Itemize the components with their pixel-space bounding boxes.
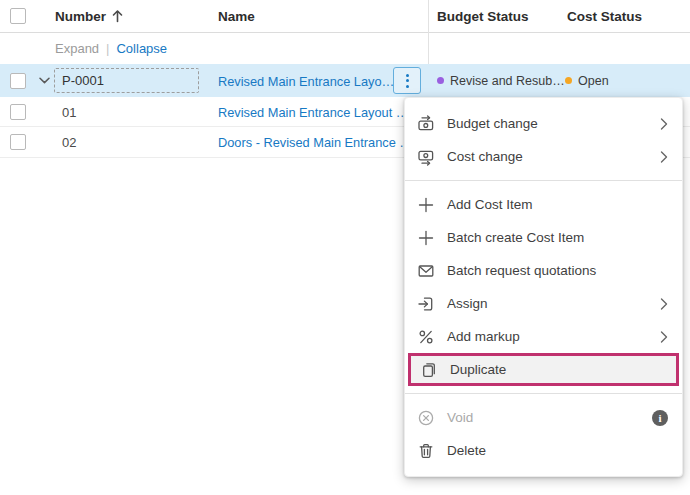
- cost-status-cell: Open: [565, 74, 609, 88]
- menu-item-batch-create-cost-item[interactable]: Batch create Cost Item: [405, 221, 682, 254]
- row-checkbox[interactable]: [10, 134, 26, 150]
- budget-status-dot: [437, 77, 444, 84]
- kebab-menu-button[interactable]: [393, 67, 421, 94]
- menu-item-void: Void i: [405, 401, 682, 434]
- menu-item-cost-change[interactable]: Cost change: [405, 140, 682, 173]
- table-row-selected[interactable]: P-0001 Revised Main Entrance Layo… Revis…: [0, 64, 690, 97]
- menu-item-budget-change[interactable]: Budget change: [405, 107, 682, 140]
- number-cell-editable[interactable]: P-0001: [54, 68, 199, 93]
- percent-icon: [417, 328, 435, 346]
- menu-item-add-markup[interactable]: Add markup: [405, 320, 682, 353]
- budget-status-cell: Revise and Resub…: [437, 74, 565, 88]
- sort-ascending-icon: [111, 9, 124, 23]
- chevron-down-icon[interactable]: [37, 74, 51, 88]
- menu-item-add-cost-item[interactable]: Add Cost Item: [405, 188, 682, 221]
- menu-item-assign[interactable]: Assign: [405, 287, 682, 320]
- column-header-cost-status[interactable]: Cost Status: [567, 0, 642, 32]
- budget-change-icon: [417, 115, 435, 133]
- expand-link[interactable]: Expand: [55, 41, 99, 56]
- row-checkbox[interactable]: [10, 73, 26, 89]
- column-header-number[interactable]: Number: [55, 0, 124, 32]
- chevron-right-icon: [660, 118, 668, 130]
- column-header-name[interactable]: Name: [218, 0, 255, 32]
- item-name-link[interactable]: Revised Main Entrance Layo…: [218, 73, 394, 88]
- trash-icon: [417, 442, 435, 460]
- number-cell: 02: [62, 135, 76, 150]
- number-cell: 01: [62, 104, 76, 119]
- duplicate-icon: [420, 361, 438, 379]
- chevron-right-icon: [660, 151, 668, 163]
- plus-icon: [417, 196, 435, 214]
- collapse-link[interactable]: Collapse: [116, 41, 167, 56]
- menu-item-delete[interactable]: Delete: [405, 434, 682, 467]
- info-icon[interactable]: i: [652, 410, 668, 426]
- chevron-right-icon: [660, 331, 668, 343]
- menu-divider: [405, 180, 682, 181]
- envelope-icon: [417, 262, 435, 280]
- menu-item-batch-request-quotations[interactable]: Batch request quotations: [405, 254, 682, 287]
- row-checkbox[interactable]: [10, 104, 26, 120]
- item-name-link[interactable]: Doors - Revised Main Entrance …: [218, 135, 412, 150]
- cost-change-icon: [417, 148, 435, 166]
- context-menu: Budget change Cost change Add Cost Item …: [404, 97, 683, 477]
- chevron-right-icon: [660, 298, 668, 310]
- void-icon: [417, 409, 435, 427]
- assign-icon: [417, 295, 435, 313]
- column-header-budget-status[interactable]: Budget Status: [437, 0, 529, 32]
- expand-collapse-row: Expand | Collapse: [0, 33, 690, 64]
- menu-divider: [405, 393, 682, 394]
- menu-item-duplicate[interactable]: Duplicate: [408, 353, 679, 386]
- link-separator: |: [106, 41, 109, 56]
- plus-icon: [417, 229, 435, 247]
- table-header: Number Name Budget Status Cost Status: [0, 0, 690, 33]
- select-all-checkbox[interactable]: [10, 8, 26, 24]
- item-name-link[interactable]: Revised Main Entrance Layout …: [218, 104, 409, 119]
- cost-status-dot: [565, 77, 572, 84]
